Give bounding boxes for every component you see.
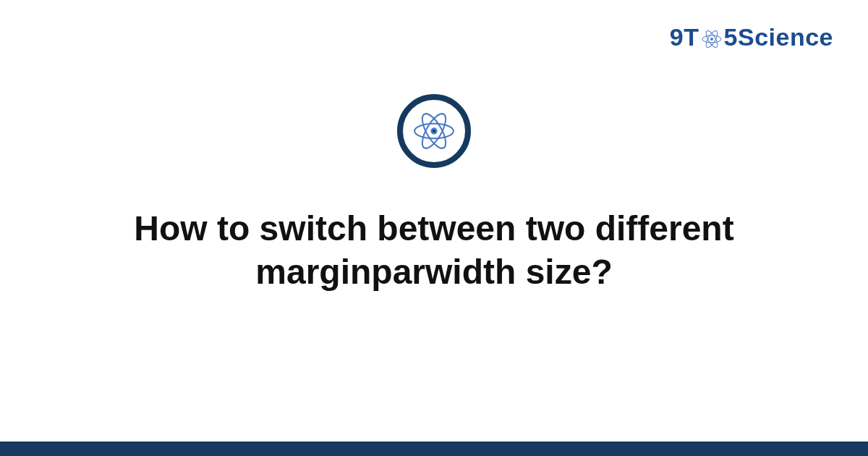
brand-prefix: 9T <box>670 23 699 51</box>
bottom-accent-bar <box>0 442 868 456</box>
svg-point-3 <box>710 38 713 41</box>
page-title: How to switch between two different marg… <box>72 207 796 294</box>
atom-icon <box>412 109 456 153</box>
brand-logo: 9T 5Science <box>670 23 833 51</box>
logo-circle <box>397 94 471 168</box>
svg-point-8 <box>433 130 435 132</box>
atom-icon <box>701 28 723 50</box>
brand-suffix: 5Science <box>724 23 833 51</box>
main-content: How to switch between two different marg… <box>0 94 868 294</box>
